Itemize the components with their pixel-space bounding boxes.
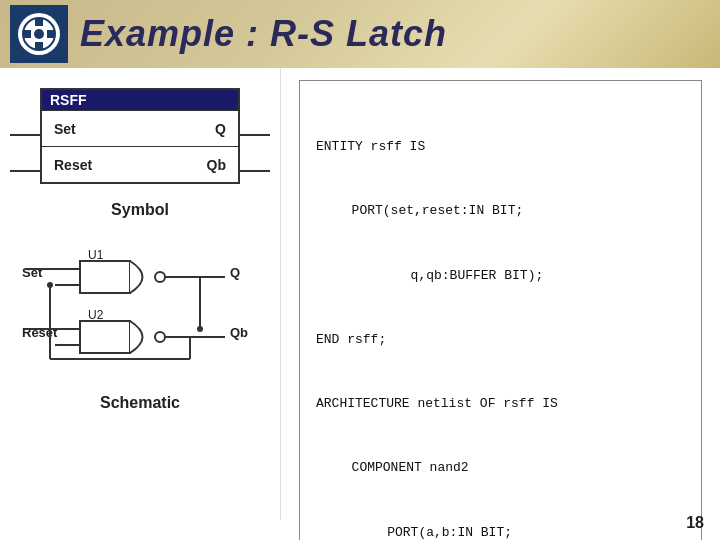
reset-input-line [10,170,40,172]
svg-rect-3 [35,42,43,50]
page-title: Example : R-S Latch [80,13,447,55]
svg-rect-5 [47,30,55,38]
rsff-box: RSFF Set Q Reset Qb [40,88,240,184]
svg-rect-17 [80,321,130,353]
svg-rect-1 [35,18,43,26]
code-line-1: ENTITY rsff IS [316,136,685,157]
svg-point-27 [197,326,203,332]
rsff-reset-label: Reset [42,157,207,173]
svg-text:Qb: Qb [230,325,248,340]
code-line-4: END rsff; [316,329,685,350]
svg-text:Reset: Reset [22,325,58,340]
schematic-label: Schematic [100,394,180,412]
set-input-line [10,134,40,136]
code-line-5: ARCHITECTURE netlist OF rsff IS [316,393,685,414]
svg-point-18 [155,332,165,342]
logo-icon [18,13,60,55]
symbol-label: Symbol [111,201,169,219]
left-panel: RSFF Set Q Reset Qb Symbol Set [0,68,280,520]
rsff-set-label: Set [42,121,215,137]
schematic-svg: Set Reset Q Qb U1 U2 [20,229,260,379]
rsff-row-reset: Reset Qb [42,146,238,182]
svg-point-2 [34,29,44,39]
q-output-line [240,134,270,136]
code-line-3: q,qb:BUFFER BIT); [316,265,685,286]
header: Example : R-S Latch [0,0,720,68]
svg-text:Set: Set [22,265,43,280]
svg-rect-4 [23,30,31,38]
qb-output-line [240,170,270,172]
right-panel: ENTITY rsff IS PORT(set,reset:IN BIT; q,… [280,68,720,520]
rsff-label: RSFF [42,90,238,110]
svg-point-26 [47,282,53,288]
logo-area [10,5,68,63]
code-line-2: PORT(set,reset:IN BIT; [316,200,685,221]
svg-text:Q: Q [230,265,240,280]
svg-text:U2: U2 [88,308,104,322]
code-line-6: COMPONENT nand2 [316,457,685,478]
rsff-qb-label: Qb [207,157,238,173]
page-number: 18 [686,514,704,532]
svg-rect-12 [80,261,130,293]
schematic-area: Set Reset Q Qb U1 U2 [20,229,260,389]
rsff-rows: Set Q Reset Qb [42,110,238,182]
code-box: ENTITY rsff IS PORT(set,reset:IN BIT; q,… [299,80,702,540]
rsff-q-label: Q [215,121,238,137]
svg-text:U1: U1 [88,248,104,262]
main-content: RSFF Set Q Reset Qb Symbol Set [0,68,720,520]
code-line-7: PORT(a,b:IN BIT; [316,522,685,540]
rsff-row-set: Set Q [42,110,238,146]
rsff-symbol-container: RSFF Set Q Reset Qb [40,88,240,189]
svg-point-13 [155,272,165,282]
